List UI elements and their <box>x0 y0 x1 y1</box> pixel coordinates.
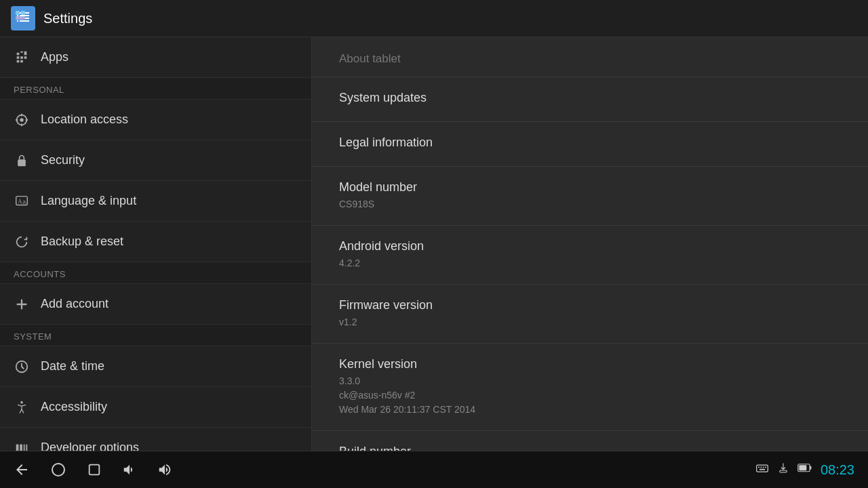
back-button[interactable] <box>14 462 30 478</box>
build-number-title: Build number <box>339 445 841 451</box>
home-button[interactable] <box>50 462 66 478</box>
accessibility-icon <box>14 399 30 415</box>
svg-rect-2 <box>16 16 25 20</box>
sidebar-item-add-account-label: Add account <box>41 297 108 311</box>
sidebar-item-backup[interactable]: Backup & reset <box>0 222 311 262</box>
content-panel: About tablet System updates Legal inform… <box>312 37 868 451</box>
section-accounts: ACCOUNTS <box>0 262 311 284</box>
content-item-android-version: Android version 4.2.2 <box>312 226 868 285</box>
content-item-model-number: Model number CS918S <box>312 167 868 226</box>
svg-rect-15 <box>16 444 19 451</box>
main-content: Apps PERSONAL Location access <box>0 37 868 451</box>
developer-icon <box>14 440 30 451</box>
system-updates-title: System updates <box>339 91 841 105</box>
android-version-value: 4.2.2 <box>339 256 841 270</box>
svg-point-21 <box>52 464 64 476</box>
kernel-version-value: 3.3.0 ck@asus-n56v #2 Wed Mar 26 20:11:3… <box>339 374 841 417</box>
section-system: SYSTEM <box>0 325 311 346</box>
svg-rect-30 <box>799 465 806 470</box>
sidebar: Apps PERSONAL Location access <box>0 37 312 451</box>
location-icon <box>14 112 30 128</box>
sidebar-item-add-account[interactable]: Add account <box>0 284 311 325</box>
svg-rect-25 <box>760 466 762 468</box>
svg-text:A: A <box>18 198 22 204</box>
add-icon <box>14 296 30 312</box>
svg-point-14 <box>20 401 23 403</box>
bottom-bar: 08:23 <box>0 451 868 488</box>
svg-rect-9 <box>18 159 26 166</box>
content-section-title: About tablet <box>312 37 868 77</box>
sidebar-item-apps-label: Apps <box>41 50 68 64</box>
nav-buttons <box>14 462 755 478</box>
svg-rect-17 <box>24 444 25 451</box>
status-time: 08:23 <box>821 462 854 478</box>
svg-rect-0 <box>16 11 20 15</box>
svg-rect-22 <box>90 465 100 475</box>
legal-information-title: Legal information <box>339 136 841 150</box>
sidebar-item-backup-label: Backup & reset <box>41 235 123 249</box>
status-area: 08:23 <box>755 462 854 479</box>
recents-button[interactable] <box>87 462 102 477</box>
language-icon: A あ <box>14 193 30 209</box>
apps-icon <box>14 49 30 66</box>
model-number-title: Model number <box>339 180 841 195</box>
svg-text:あ: あ <box>22 199 26 204</box>
firmware-version-title: Firmware version <box>339 298 841 312</box>
content-item-kernel-version: Kernel version 3.3.0 ck@asus-n56v #2 Wed… <box>312 344 868 431</box>
sidebar-item-date-time[interactable]: Date & time <box>0 346 311 387</box>
sidebar-item-language[interactable]: A あ Language & input <box>0 181 311 222</box>
svg-rect-28 <box>760 468 765 470</box>
content-item-firmware-version: Firmware version v1.2 <box>312 285 868 344</box>
battery-icon <box>797 462 812 479</box>
top-bar: Settings <box>0 0 868 37</box>
section-personal: PERSONAL <box>0 78 311 100</box>
svg-rect-23 <box>757 465 768 472</box>
kernel-version-title: Kernel version <box>339 357 841 371</box>
svg-rect-24 <box>758 466 760 468</box>
sidebar-item-accessibility[interactable]: Accessibility <box>0 387 311 428</box>
svg-rect-16 <box>20 444 22 451</box>
sidebar-item-date-time-label: Date & time <box>41 359 104 373</box>
sidebar-item-developer-options[interactable]: Developer options <box>0 428 311 451</box>
clock-icon <box>14 359 30 375</box>
svg-point-4 <box>20 118 24 122</box>
sidebar-item-accessibility-label: Accessibility <box>41 400 107 414</box>
security-icon <box>14 152 30 169</box>
sidebar-item-apps[interactable]: Apps <box>0 37 311 78</box>
svg-rect-18 <box>26 444 27 451</box>
usb-icon <box>777 462 789 479</box>
content-item-build-number: Build number mars_a31s-eng 4.2.2 JDQ39 2… <box>312 431 868 451</box>
sidebar-item-developer-label: Developer options <box>41 441 139 451</box>
sidebar-item-location-access[interactable]: Location access <box>0 100 311 140</box>
sidebar-item-location-label: Location access <box>41 113 128 127</box>
sidebar-item-security-label: Security <box>41 153 85 167</box>
vol-down-button[interactable] <box>122 462 137 477</box>
svg-rect-27 <box>765 466 766 468</box>
content-item-legal-information[interactable]: Legal information <box>312 122 868 167</box>
keyboard-icon <box>755 462 769 479</box>
sidebar-item-language-label: Language & input <box>41 194 136 208</box>
model-number-value: CS918S <box>339 197 841 211</box>
vol-up-button[interactable] <box>157 462 172 477</box>
svg-rect-31 <box>810 466 811 469</box>
settings-app-icon <box>11 6 35 30</box>
sidebar-item-security[interactable]: Security <box>0 140 311 181</box>
firmware-version-value: v1.2 <box>339 315 841 329</box>
content-item-system-updates[interactable]: System updates <box>312 77 868 122</box>
svg-rect-26 <box>763 466 764 468</box>
svg-rect-1 <box>21 11 25 15</box>
backup-icon <box>14 234 30 250</box>
app-title: Settings <box>43 11 92 26</box>
android-version-title: Android version <box>339 239 841 253</box>
